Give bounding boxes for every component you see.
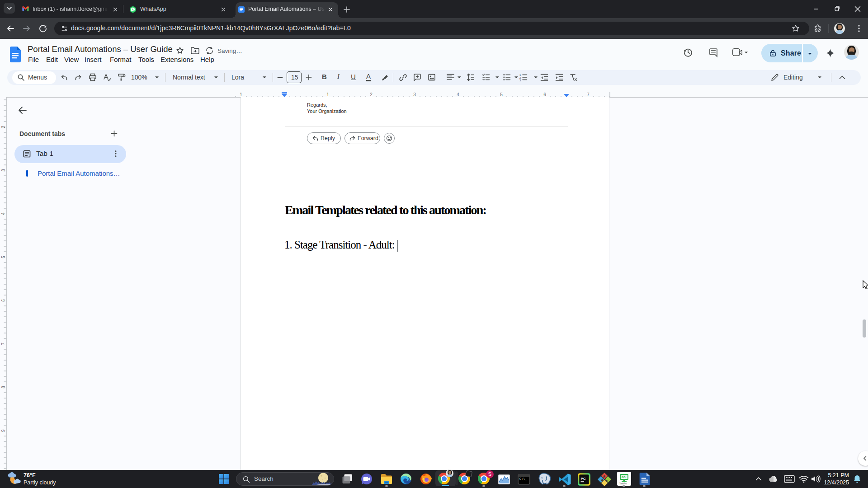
- svg-text:1: 1: [326, 92, 329, 97]
- svg-text:9: 9: [1, 429, 6, 432]
- svg-text:PC: PC: [581, 477, 586, 481]
- svg-text:8: 8: [1, 386, 6, 389]
- svg-text:7: 7: [587, 92, 590, 97]
- svg-text:2: 2: [1, 126, 6, 128]
- svg-text:6: 6: [543, 92, 546, 97]
- svg-text:3: 3: [1, 169, 6, 172]
- svg-text:4: 4: [1, 212, 6, 215]
- svg-text:1: 1: [240, 92, 242, 97]
- svg-text:TaskPro: TaskPro: [619, 483, 627, 485]
- svg-text:2: 2: [370, 92, 373, 97]
- svg-text:GO: GO: [622, 476, 626, 479]
- svg-text:3: 3: [519, 79, 521, 81]
- svg-text:C:\_: C:\_: [519, 477, 527, 481]
- svg-text:6: 6: [1, 299, 6, 302]
- svg-text:5: 5: [1, 256, 6, 258]
- svg-text:4: 4: [457, 92, 459, 97]
- svg-text:5: 5: [500, 92, 503, 97]
- svg-text:3: 3: [413, 92, 416, 97]
- svg-text:7: 7: [1, 343, 6, 345]
